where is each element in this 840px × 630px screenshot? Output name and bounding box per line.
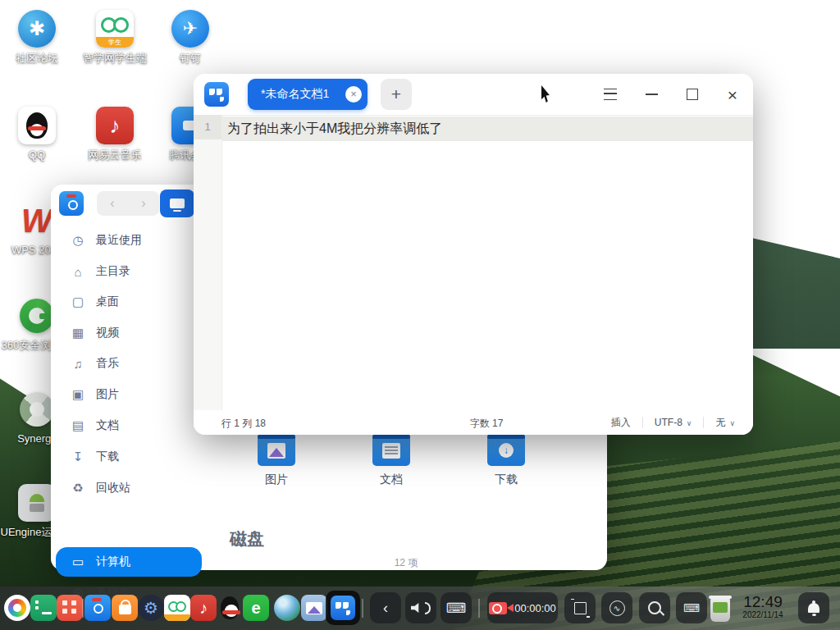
close-icon: × <box>728 86 737 103</box>
taskbar-qq[interactable] <box>216 594 244 622</box>
music-note-icon: ♪ <box>96 107 134 144</box>
bell-icon <box>808 603 819 613</box>
synergy-ring-icon <box>20 392 54 427</box>
desktop-icon-zhixuewang[interactable]: 学生 智学网学生端 <box>77 10 153 66</box>
taskbar-synergy[interactable] <box>273 594 301 622</box>
taskbar-clock[interactable]: 12:49 2022/11/14 <box>737 593 789 619</box>
divider <box>703 417 704 428</box>
taskbar-control-center[interactable]: ⚙ <box>137 594 165 622</box>
location-computer-button[interactable] <box>160 189 194 217</box>
desktop-icon-community-forum[interactable]: ✱ 社区论坛 <box>0 10 75 66</box>
onboard-keyboard-button[interactable]: ⌨ <box>441 592 472 623</box>
taskbar-netease-music[interactable]: ♪ <box>189 594 217 622</box>
taskbar-terminal[interactable] <box>30 594 57 622</box>
folder-item-documents[interactable]: 文档 <box>358 433 424 487</box>
home-icon: ⌂ <box>69 265 87 279</box>
taskbar: ⚙ ♪ e ‹ ⌨ 00:00:00 ∿ ⌨ 12:49 2022/11/14 <box>0 587 840 630</box>
taskbar-zhixuewang[interactable] <box>163 594 191 622</box>
taskbar-app-grid[interactable] <box>56 594 84 622</box>
taskbar-file-manager[interactable] <box>84 594 112 622</box>
search-icon <box>648 601 661 614</box>
encoding-select[interactable]: UTF-8∨ <box>655 417 692 428</box>
nav-history-group: ‹ › <box>97 191 159 216</box>
waveform-icon: ∿ <box>609 600 625 616</box>
desktop-icon-dingtalk[interactable]: ✈ 钉钉 <box>153 10 228 66</box>
clock-time: 12:49 <box>737 593 789 610</box>
desktop-icon-label: 智学网学生端 <box>77 52 153 66</box>
file-manager-icon <box>84 595 111 621</box>
sidebar-item-home[interactable]: ⌂主目录 <box>51 257 205 286</box>
folder-item-pictures[interactable]: 图片 <box>244 433 309 487</box>
sidebar-item-videos[interactable]: ▦视频 <box>51 318 205 348</box>
screenshot-app-icon <box>301 595 327 621</box>
minimize-button[interactable] <box>637 80 666 109</box>
sidebar-item-downloads[interactable]: ↧下载 <box>51 442 205 472</box>
document-text[interactable]: 为了拍出来小于4M我把分辨率调低了 <box>227 116 442 141</box>
taskbar-trash[interactable] <box>706 596 734 623</box>
close-button[interactable]: × <box>718 80 747 109</box>
app-grid-icon <box>57 595 83 621</box>
tab-close-icon[interactable]: × <box>345 86 362 103</box>
new-tab-button[interactable]: + <box>381 79 412 110</box>
monitor-icon <box>170 199 185 208</box>
taskbar-text-editor-active[interactable] <box>329 594 357 622</box>
volume-button[interactable] <box>405 592 436 623</box>
sidebar-item-trash[interactable]: ♻回收站 <box>51 473 205 503</box>
document-icon: ▤ <box>69 418 87 433</box>
chevron-left-icon: ‹ <box>383 600 388 617</box>
taskbar-launcher[interactable] <box>3 594 31 622</box>
screen-recorder-widget[interactable]: 00:00:00 <box>487 592 558 623</box>
folder-icon: ↓ <box>487 433 525 466</box>
syntax-select[interactable]: 无∨ <box>715 416 735 430</box>
clock-icon: ◷ <box>69 233 87 248</box>
owl-icon <box>164 595 190 621</box>
tray-expand-button[interactable]: ‹ <box>370 592 401 623</box>
system-monitor-button[interactable]: ∿ <box>601 592 632 623</box>
folder-icon <box>258 433 295 466</box>
sidebar-item-desktop[interactable]: ▢桌面 <box>51 287 205 317</box>
maximize-button[interactable] <box>678 80 707 109</box>
folder-item-downloads[interactable]: ↓ 下载 <box>473 433 539 487</box>
word-count: 字数 17 <box>470 417 504 431</box>
item-count: 12 项 <box>205 556 607 570</box>
editor-titlebar[interactable]: *未命名文档1 × + × <box>194 74 753 116</box>
taskbar-app-store[interactable] <box>111 594 139 622</box>
folder-icon <box>372 433 410 466</box>
dingtalk-wing-icon: ✈ <box>171 10 209 48</box>
forward-icon[interactable]: › <box>141 196 145 211</box>
cursor-position: 行 1 列 18 <box>221 417 266 431</box>
input-method-button[interactable]: ⌨ <box>676 592 707 623</box>
community-forum-icon: ✱ <box>18 10 56 48</box>
desktop-icon-label: QQ <box>0 148 75 162</box>
music-note-icon: ♪ <box>190 595 217 621</box>
recorder-time: 00:00:00 <box>514 602 556 614</box>
taskbar-screenshot-app[interactable] <box>300 594 328 622</box>
taskbar-360-browser[interactable]: e <box>242 594 270 622</box>
desktop-icon-netease-music[interactable]: ♪ 网易云音乐 <box>77 107 153 162</box>
back-icon[interactable]: ‹ <box>110 196 114 211</box>
music-note-icon: ♫ <box>69 357 87 371</box>
maximize-icon <box>687 89 698 100</box>
notification-center-button[interactable] <box>798 592 829 623</box>
clipboard-crop-button[interactable] <box>564 592 596 623</box>
keyboard-icon: ⌨ <box>683 601 700 614</box>
sidebar-item-computer[interactable]: ▭计算机 <box>56 547 202 577</box>
taskbar-separator <box>478 599 480 618</box>
sidebar-item-pictures[interactable]: ▣图片 <box>51 380 205 409</box>
gear-icon: ⚙ <box>138 595 164 621</box>
app-store-icon <box>112 595 138 621</box>
globe-icon <box>274 595 300 621</box>
line-number: 1 <box>194 115 221 139</box>
sidebar-item-recent[interactable]: ◷最近使用 <box>51 226 205 255</box>
line-number-gutter: 1 <box>194 115 222 410</box>
grand-search-button[interactable] <box>639 592 670 623</box>
file-manager-sidebar: ◷最近使用 ⌂主目录 ▢桌面 ▦视频 ♫音乐 ▣图片 ▤文档 ↧下载 ♻回收站 … <box>51 222 205 570</box>
menu-button[interactable] <box>596 80 625 109</box>
sidebar-item-documents[interactable]: ▤文档 <box>51 411 205 441</box>
minimize-icon <box>646 94 658 95</box>
insert-mode[interactable]: 插入 <box>611 416 631 430</box>
desktop-icon-qq[interactable]: QQ <box>0 107 75 162</box>
tab-untitled-document[interactable]: *未命名文档1 × <box>248 79 368 110</box>
sidebar-item-music[interactable]: ♫音乐 <box>51 349 205 378</box>
desktop-icon-label: 钉钉 <box>153 52 228 66</box>
